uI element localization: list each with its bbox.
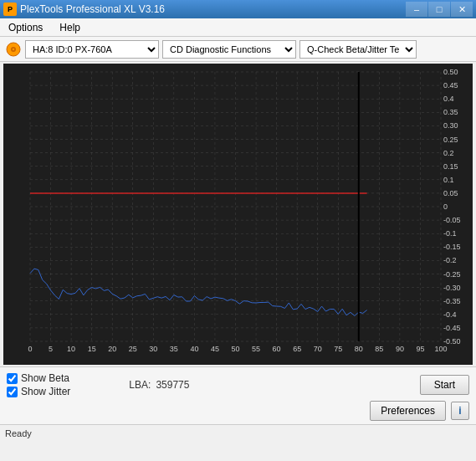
show-beta-row: Show Beta bbox=[7, 372, 70, 384]
drive-icon bbox=[5, 41, 22, 58]
preferences-button[interactable]: Preferences bbox=[370, 401, 446, 421]
show-jitter-label[interactable]: Show Jitter bbox=[21, 386, 70, 397]
title-bar-left: P PlexTools Professional XL V3.16 bbox=[3, 3, 165, 16]
chart-canvas bbox=[3, 64, 473, 365]
bottom-row1: Show Beta Show Jitter LBA: 359775 Start bbox=[7, 372, 469, 397]
lba-section: LBA: 359775 bbox=[129, 379, 189, 391]
show-beta-label[interactable]: Show Beta bbox=[21, 372, 69, 384]
menu-bar: Options Help bbox=[0, 18, 476, 37]
title-bar: P PlexTools Professional XL V3.16 – □ ✕ bbox=[0, 0, 476, 18]
function-select[interactable]: CD Diagnostic Functions bbox=[162, 40, 296, 59]
bottom-row2: Preferences i bbox=[7, 401, 469, 421]
svg-point-2 bbox=[13, 48, 14, 49]
test-select[interactable]: Q-Check Beta/Jitter Test bbox=[299, 40, 417, 59]
title-buttons: – □ ✕ bbox=[406, 2, 473, 17]
chart-container: High Low bbox=[3, 64, 473, 365]
bottom-panel: Show Beta Show Jitter LBA: 359775 Start … bbox=[0, 366, 476, 424]
close-button[interactable]: ✕ bbox=[451, 2, 473, 17]
show-beta-checkbox[interactable] bbox=[7, 373, 18, 384]
app-icon: P bbox=[3, 3, 17, 16]
drive-select[interactable]: HA:8 ID:0 PX-760A bbox=[25, 40, 159, 59]
minimize-button[interactable]: – bbox=[406, 2, 427, 17]
bottom-left: Show Beta Show Jitter bbox=[7, 372, 70, 397]
status-text: Ready bbox=[5, 428, 32, 438]
app-title: PlexTools Professional XL V3.16 bbox=[20, 3, 165, 15]
show-jitter-checkbox[interactable] bbox=[7, 387, 18, 397]
toolbar: HA:8 ID:0 PX-760A CD Diagnostic Function… bbox=[0, 37, 476, 62]
maximize-button[interactable]: □ bbox=[428, 2, 450, 17]
bottom-right: Start bbox=[420, 375, 469, 395]
lba-label: LBA: bbox=[129, 379, 151, 391]
menu-help[interactable]: Help bbox=[54, 20, 85, 35]
start-button[interactable]: Start bbox=[420, 375, 469, 395]
menu-options[interactable]: Options bbox=[3, 20, 48, 35]
show-jitter-row: Show Jitter bbox=[7, 386, 70, 397]
info-button[interactable]: i bbox=[451, 402, 469, 420]
status-bar: Ready bbox=[0, 424, 476, 441]
lba-value: 359775 bbox=[156, 379, 189, 391]
